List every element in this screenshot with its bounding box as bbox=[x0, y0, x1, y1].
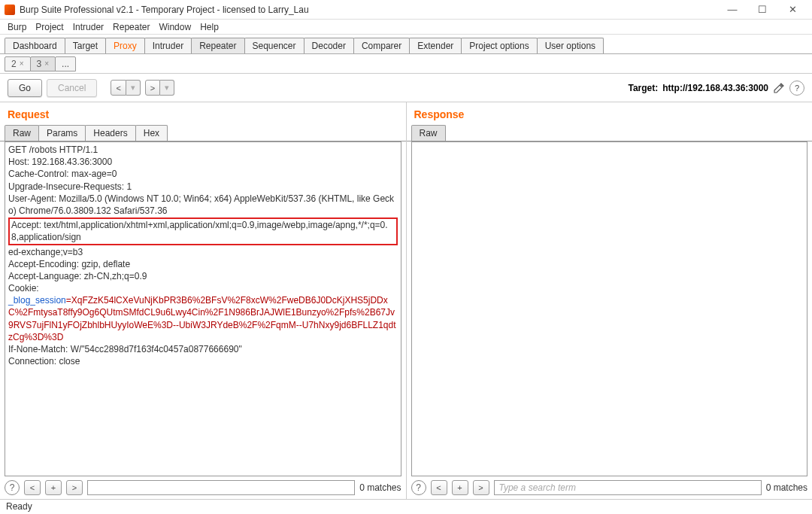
history-back-dropdown[interactable]: ▾ bbox=[126, 80, 141, 96]
search-prev-button[interactable]: < bbox=[24, 480, 41, 495]
tab-target[interactable]: Target bbox=[65, 38, 106, 53]
menu-window[interactable]: Window bbox=[156, 20, 194, 34]
panes: Request Raw Params Headers Hex GET /robo… bbox=[0, 102, 812, 499]
status-bar: Ready bbox=[0, 499, 812, 514]
accept-header-highlight: Accept: text/html,application/xhtml+xml,… bbox=[8, 217, 398, 245]
action-bar: Go Cancel < ▾ > ▾ Target: http://192.168… bbox=[0, 74, 812, 102]
menu-burp[interactable]: Burp bbox=[5, 20, 29, 34]
menu-bar: Burp Project Intruder Repeater Window He… bbox=[0, 20, 812, 35]
close-button[interactable]: ✕ bbox=[777, 2, 807, 18]
request-line: Connection: close bbox=[8, 355, 398, 367]
repeater-tab-2[interactable]: 2× bbox=[5, 56, 31, 71]
request-title: Request bbox=[0, 102, 406, 125]
window-title: Burp Suite Professional v2.1 - Temporary… bbox=[20, 5, 717, 15]
history-forward-dropdown[interactable]: ▾ bbox=[160, 80, 174, 96]
tab-project-options[interactable]: Project options bbox=[461, 38, 537, 53]
request-line: If-None-Match: W/"54cc2898d7f163f4c0457a… bbox=[8, 343, 398, 355]
response-matches: 0 matches bbox=[766, 482, 807, 493]
request-editor[interactable]: GET /robots HTTP/1.1 Host: 192.168.43.36… bbox=[5, 141, 401, 476]
tab-sequencer[interactable]: Sequencer bbox=[244, 38, 304, 53]
menu-help[interactable]: Help bbox=[197, 20, 222, 34]
response-editor[interactable] bbox=[411, 141, 808, 476]
request-tab-raw[interactable]: Raw bbox=[5, 125, 39, 141]
tab-user-options[interactable]: User options bbox=[537, 38, 604, 53]
close-icon[interactable]: × bbox=[20, 59, 24, 68]
pencil-icon[interactable] bbox=[773, 82, 785, 94]
repeater-tab-2-label: 2 bbox=[11, 59, 17, 69]
help-icon[interactable]: ? bbox=[5, 480, 20, 495]
response-search-row: ? < + > 0 matches bbox=[407, 476, 813, 499]
request-line: GET /robots HTTP/1.1 bbox=[8, 144, 398, 156]
request-tab-headers[interactable]: Headers bbox=[85, 125, 135, 141]
search-add-button[interactable]: + bbox=[45, 480, 62, 495]
request-line: Upgrade-Insecure-Requests: 1 bbox=[8, 181, 398, 193]
response-search-input[interactable] bbox=[494, 480, 762, 495]
request-line: Accept-Language: zh-CN,zh;q=0.9 bbox=[8, 270, 398, 282]
close-icon[interactable]: × bbox=[44, 59, 49, 68]
repeater-tab-3-label: 3 bbox=[37, 59, 42, 69]
request-line: Cookie: bbox=[8, 282, 398, 294]
tab-extender[interactable]: Extender bbox=[409, 38, 462, 53]
request-line: User-Agent: Mozilla/5.0 (Windows NT 10.0… bbox=[8, 193, 398, 217]
request-tab-hex[interactable]: Hex bbox=[135, 125, 168, 141]
search-prev-button[interactable]: < bbox=[431, 480, 447, 495]
repeater-tab-3[interactable]: 3× bbox=[30, 56, 56, 71]
repeater-tab-new[interactable]: ... bbox=[55, 56, 76, 71]
history-back-group: < ▾ bbox=[111, 80, 140, 96]
response-tab-raw[interactable]: Raw bbox=[411, 125, 446, 141]
response-msg-tabs: Raw bbox=[407, 125, 813, 141]
cancel-button: Cancel bbox=[47, 79, 97, 97]
go-button[interactable]: Go bbox=[8, 79, 42, 97]
request-matches: 0 matches bbox=[359, 482, 401, 493]
search-next-button[interactable]: > bbox=[473, 480, 489, 495]
help-icon[interactable]: ? bbox=[411, 480, 426, 495]
menu-intruder[interactable]: Intruder bbox=[70, 20, 107, 34]
request-line: Accept: text/html,application/xhtml+xml,… bbox=[11, 219, 395, 243]
target-label: Target: bbox=[628, 83, 658, 93]
target-value: http://192.168.43.36:3000 bbox=[662, 83, 768, 93]
request-search-input[interactable] bbox=[87, 480, 355, 495]
search-next-button[interactable]: > bbox=[66, 480, 83, 495]
cookie-name: _blog_session bbox=[8, 295, 66, 306]
main-tabs: Dashboard Target Proxy Intruder Repeater… bbox=[0, 35, 812, 54]
history-back-button[interactable]: < bbox=[111, 80, 126, 96]
minimize-button[interactable]: — bbox=[717, 2, 747, 18]
history-forward-button[interactable]: > bbox=[145, 80, 160, 96]
request-line: ed-exchange;v=b3 bbox=[8, 246, 398, 258]
tab-repeater[interactable]: Repeater bbox=[191, 38, 244, 53]
request-cookie-line: _blog_session=XqFZzK54lCXeVuNjKbPR3B6%2B… bbox=[8, 294, 398, 343]
request-pane: Request Raw Params Headers Hex GET /robo… bbox=[0, 102, 407, 499]
request-line: Host: 192.168.43.36:3000 bbox=[8, 156, 398, 168]
maximize-button[interactable]: ☐ bbox=[747, 2, 777, 18]
menu-repeater[interactable]: Repeater bbox=[110, 20, 153, 34]
request-line: Accept-Encoding: gzip, deflate bbox=[8, 258, 398, 270]
window-controls: — ☐ ✕ bbox=[717, 2, 807, 18]
response-pane: Response Raw ? < + > 0 matches bbox=[407, 102, 813, 499]
tab-intruder[interactable]: Intruder bbox=[144, 38, 192, 53]
response-title: Response bbox=[407, 102, 813, 125]
app-icon bbox=[5, 5, 15, 15]
title-bar: Burp Suite Professional v2.1 - Temporary… bbox=[0, 0, 812, 20]
search-add-button[interactable]: + bbox=[452, 480, 468, 495]
request-search-row: ? < + > 0 matches bbox=[0, 476, 406, 499]
request-msg-tabs: Raw Params Headers Hex bbox=[0, 125, 406, 141]
help-icon[interactable]: ? bbox=[789, 81, 804, 96]
menu-project[interactable]: Project bbox=[32, 20, 66, 34]
tab-dashboard[interactable]: Dashboard bbox=[5, 38, 65, 53]
tab-decoder[interactable]: Decoder bbox=[304, 38, 354, 53]
request-line: Cache-Control: max-age=0 bbox=[8, 168, 398, 180]
request-tab-params[interactable]: Params bbox=[38, 125, 86, 141]
tab-proxy[interactable]: Proxy bbox=[105, 38, 145, 53]
repeater-sub-tabs: 2× 3× ... bbox=[0, 54, 812, 74]
history-forward-group: > ▾ bbox=[145, 80, 174, 96]
tab-comparer[interactable]: Comparer bbox=[353, 38, 410, 53]
cookie-value: =XqFZzK54lCXeVuNjKbPR3B6%2BFsV%2F8xcW%2F… bbox=[8, 295, 396, 342]
